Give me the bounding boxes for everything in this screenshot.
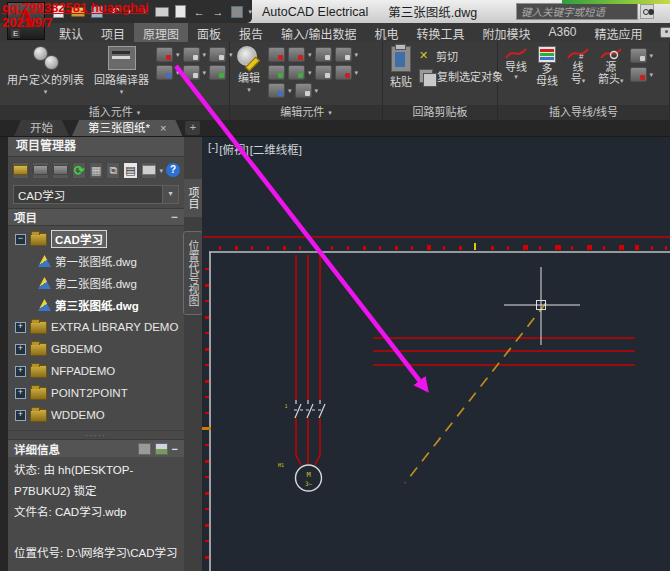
collapse-section-icon[interactable]: − [171, 211, 178, 223]
details-preview-icon[interactable] [155, 443, 168, 455]
multi-bus-button[interactable]: 多 母线 [534, 45, 560, 88]
back-icon[interactable]: ← [192, 5, 206, 18]
delete-component-icon[interactable] [268, 47, 285, 62]
viewport-minimize-control[interactable]: [-] [208, 141, 218, 157]
open-file-icon[interactable] [71, 5, 85, 18]
wire-number-button[interactable]: # 线 号▾ [564, 45, 592, 86]
copy-selected-button[interactable]: 复制选定对象 [419, 68, 503, 84]
expand-toggle-icon[interactable]: + [15, 344, 26, 355]
swap-block-icon[interactable] [315, 65, 332, 80]
new-drawing-icon[interactable] [32, 162, 49, 179]
lasso-select-icon[interactable] [209, 65, 226, 80]
circuit-builder-button[interactable]: 回路编译器 ▾ [91, 45, 152, 96]
catalog-browser-icon[interactable] [183, 47, 200, 62]
expand-toggle-icon[interactable]: + [15, 366, 26, 377]
tab-document[interactable]: 第三张图纸* × [72, 120, 182, 136]
details-collapse-icon[interactable]: − [172, 443, 178, 455]
scoot-icon[interactable] [315, 47, 332, 62]
app-menu-button[interactable]: A E [7, 2, 45, 40]
project-task-list-icon[interactable]: ▦ [89, 162, 103, 179]
tree-item[interactable]: −CAD学习 [8, 228, 184, 250]
ribbon-tab-11[interactable]: 精选应用 [586, 23, 652, 42]
ribbon-tab-10[interactable]: A360 [539, 23, 585, 42]
undo-icon[interactable]: ↶ [109, 5, 123, 18]
plot-icon[interactable] [230, 5, 244, 18]
multi-insert-icon[interactable] [156, 47, 173, 62]
retag-icon[interactable] [335, 65, 352, 80]
insert-components-label[interactable]: 插入元件▾ [0, 105, 229, 120]
tree-item[interactable]: +POINT2POINT [8, 382, 184, 404]
tab-close-icon[interactable]: × [160, 120, 166, 136]
tree-item[interactable]: 第一张图纸.dwg [8, 250, 184, 272]
qat-dropdown-icon[interactable]: ▾ [249, 8, 253, 16]
preview-window-icon[interactable] [156, 65, 173, 80]
search-icon[interactable] [640, 4, 654, 19]
refresh-icon[interactable]: ⟳ [72, 162, 86, 179]
expand-toggle-icon[interactable]: − [15, 234, 26, 245]
table-edit-icon[interactable] [268, 83, 285, 98]
ribbon-tab-2[interactable]: 项目 [92, 23, 134, 42]
ribbon-tab-7[interactable]: 机电 [365, 23, 407, 42]
cad-canvas[interactable]: M3~1M1 [202, 137, 670, 571]
media-browser-icon[interactable]: ▾ [652, 23, 670, 42]
wire-button[interactable]: 导线 ▾ [502, 45, 530, 81]
panel-splitter[interactable]: ····· [8, 430, 184, 439]
tree-item[interactable]: 第二张图纸.dwg [8, 272, 184, 294]
ribbon-tab-3[interactable]: 原理图 [134, 23, 188, 42]
edit-attributes-icon[interactable] [268, 65, 285, 80]
toggle-nonc-icon[interactable] [288, 65, 305, 80]
move-component-icon[interactable] [288, 47, 305, 62]
save-icon[interactable] [90, 5, 104, 18]
side-tab-location-view[interactable]: 位置代号视图 [183, 231, 203, 315]
capture-icon[interactable] [183, 65, 200, 80]
tree-item[interactable]: +NFPADEMO [8, 360, 184, 382]
tree-item[interactable]: 第三张图纸.dwg [8, 294, 184, 316]
redo-icon[interactable]: ↷ [136, 5, 150, 18]
tree-item[interactable]: +GBDEMO [8, 338, 184, 360]
expand-toggle-icon[interactable]: + [15, 410, 26, 421]
wire-gap-icon[interactable] [630, 67, 647, 82]
dropdown-caret-icon[interactable]: ▾ [162, 186, 178, 203]
ribbon-tab-4[interactable]: 面板 [188, 23, 230, 42]
ribbon-tab-1[interactable]: 默认 [50, 23, 92, 42]
tree-item[interactable]: +WDDEMO [8, 404, 184, 426]
new-project-icon[interactable] [52, 162, 69, 179]
user-defined-list-button[interactable]: 用户定义的列表 ▾ [4, 45, 87, 96]
ribbon-tab-9[interactable]: 附加模块 [473, 23, 539, 42]
forward-icon[interactable]: → [211, 5, 225, 18]
project-manager-title[interactable]: 项目管理器 [8, 137, 184, 157]
align-icon[interactable] [335, 47, 352, 62]
panel-list-icon[interactable] [209, 47, 226, 62]
project-select-dropdown[interactable]: CAD学习 ▾ [13, 185, 179, 204]
copy-project-icon[interactable]: ⧉ [106, 162, 120, 179]
tab-start[interactable]: 开始 [14, 120, 69, 136]
help-icon[interactable]: ? [166, 162, 180, 179]
expand-toggle-icon[interactable]: + [15, 322, 26, 333]
ribbon-tab-6[interactable]: 输入/输出数据 [272, 23, 365, 42]
paste-button[interactable]: 粘贴 [387, 45, 415, 90]
expand-toggle-icon[interactable]: + [15, 388, 26, 399]
plot-publish-icon[interactable] [141, 162, 157, 179]
new-file-icon[interactable] [52, 5, 66, 18]
ribbon-tab-5[interactable]: 报告 [230, 23, 272, 42]
edit-components-label[interactable]: 编辑元件▾ [230, 105, 382, 120]
circuit-scale-icon[interactable] [295, 83, 312, 98]
side-tab-project[interactable]: 项目 [184, 179, 202, 217]
viewport-view-control[interactable]: [俯视] [219, 141, 248, 157]
cut-button[interactable]: ✕ 剪切 [419, 48, 503, 64]
details-file-icon[interactable] [138, 443, 151, 455]
sheet-icon[interactable] [174, 5, 188, 18]
plot-caret-icon[interactable]: ▾ [160, 167, 164, 174]
search-input[interactable] [516, 3, 638, 20]
undo-caret-icon[interactable]: ▾ [127, 8, 131, 16]
zip-project-icon[interactable]: ▤ [123, 162, 137, 179]
tree-item[interactable]: +EXTRA LIBRARY DEMO [8, 316, 184, 338]
source-arrow-button[interactable]: 源 箭头▾ [596, 45, 626, 86]
ribbon-tab-8[interactable]: 转换工具 [407, 23, 473, 42]
viewport-style-control[interactable]: [二维线框] [250, 141, 302, 157]
drawing-area[interactable]: [-] [俯视] [二维线框] M3~1M1 [202, 137, 670, 571]
edit-component-button[interactable]: 编辑 ▾ [234, 45, 264, 94]
new-tab-button[interactable]: + [185, 121, 200, 135]
open-project-icon[interactable] [12, 162, 29, 179]
print-icon[interactable] [155, 5, 169, 18]
